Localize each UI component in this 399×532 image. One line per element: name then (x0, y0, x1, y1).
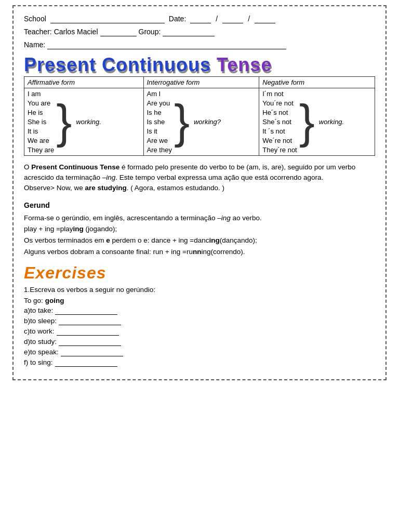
gerund-line4: Alguns verbos dobram a consoante final: … (24, 246, 375, 258)
neg-form-7: They´re not (262, 146, 297, 154)
negative-header: Negative form (259, 76, 375, 88)
aff-bracket: } (56, 101, 72, 142)
aff-form-7: They are (28, 146, 54, 154)
item-b-answer[interactable] (59, 317, 121, 325)
desc-prefix: O (24, 163, 31, 171)
school-label: School (24, 15, 46, 23)
teacher-group-line: Teacher: Carlos Maciel Group: (24, 28, 375, 36)
aff-form-2: You are (28, 99, 54, 107)
example-answer: going (45, 297, 64, 304)
title-container: Present Continuous Tense Present Continu… (24, 55, 375, 75)
teacher-field[interactable] (100, 28, 137, 36)
example-prefix: To go: (24, 297, 43, 304)
neg-bracket: } (299, 101, 315, 142)
item-f-answer[interactable] (55, 358, 117, 367)
exercise-item-b: b)to sleep: (24, 317, 375, 325)
item-a-label: a)to take: (24, 307, 53, 314)
date-label: Date: (169, 15, 186, 23)
school-field[interactable] (50, 15, 165, 23)
item-d-answer[interactable] (59, 338, 121, 346)
neg-working: working. (319, 118, 344, 126)
int-form-5: Is it (147, 127, 172, 135)
item-f-label: f) to sing: (24, 358, 53, 366)
conjugation-table: Affirmative form Interrogative form Nega… (24, 76, 375, 156)
aff-form-3: He is (28, 109, 54, 116)
teacher-label: Teacher: (24, 28, 52, 36)
interrogative-header: Interrogative form (143, 76, 259, 88)
interrogative-cell: Am I Are you Is he Is she Is it Are we A… (143, 88, 259, 155)
name-label: Name: (24, 41, 45, 49)
date-field-2[interactable] (222, 15, 243, 23)
interrogative-forms: Am I Are you Is he Is she Is it Are we A… (147, 90, 172, 154)
exercise-item-e: e)to speak: (24, 348, 375, 356)
gerund-line1: Forma-se o gerúndio, em inglês, acrescen… (24, 212, 375, 224)
exercise-item-c: c)to work: (24, 327, 375, 336)
item-c-label: c)to work: (24, 327, 55, 335)
desc-text2: . Este tempo verbal expressa uma ação qu… (115, 174, 323, 181)
neg-form-2: You´re not (262, 99, 297, 107)
exercise-item-d: d)to study: (24, 338, 375, 346)
exercise-intro: 1.Escreva os verbos a seguir no gerúndio… (24, 286, 375, 294)
date-slash-1: / (216, 15, 218, 23)
neg-form-5: It ´s not (262, 127, 297, 135)
item-d-label: d)to study: (24, 338, 57, 345)
aff-working: working. (76, 118, 101, 126)
int-form-1: Am I (147, 90, 172, 98)
item-e-label: e)to speak: (24, 348, 59, 356)
int-form-7: Are they (147, 146, 172, 154)
aff-form-1: I am (28, 90, 54, 98)
int-form-2: Are you (147, 99, 172, 107)
int-form-3: Is he (147, 109, 172, 116)
name-line: Name: (24, 41, 375, 49)
page-title: Present Continuous Tense (24, 55, 375, 75)
neg-form-4: She´s not (262, 118, 297, 126)
item-e-answer[interactable] (61, 348, 123, 356)
exercise-example: To go: going (24, 297, 375, 304)
int-bracket: } (174, 101, 190, 142)
group-field[interactable] (163, 28, 215, 36)
desc-observe-suffix: . ( Agora, estamos estudando. ) (127, 184, 224, 192)
date-slash-2: / (248, 15, 250, 23)
affirmative-cell: I am You are He is She is It is We are T… (24, 88, 144, 155)
group-label: Group: (139, 28, 161, 36)
item-c-answer[interactable] (57, 327, 119, 336)
affirmative-header: Affirmative form (24, 76, 144, 88)
int-working: working? (194, 118, 221, 126)
worksheet-page: School Date: / / Teacher: Carlos Maciel … (12, 5, 387, 380)
item-a-answer[interactable] (55, 307, 117, 315)
neg-form-6: We´re not (262, 137, 297, 144)
date-field-3[interactable] (255, 15, 275, 23)
date-field-1[interactable] (190, 15, 211, 23)
aff-form-5: It is (28, 127, 54, 135)
neg-form-3: He´s not (262, 109, 297, 116)
gerund-title: Gerund (24, 200, 375, 211)
exercises-title: Exercises (24, 263, 375, 283)
exercise-item-f: f) to sing: (24, 358, 375, 367)
neg-form-1: I´m not (262, 90, 297, 98)
aff-form-4: She is (28, 118, 54, 126)
item-b-label: b)to sleep: (24, 317, 57, 325)
teacher-name: Carlos Maciel (54, 28, 98, 36)
exercise-item-a: a)to take: (24, 307, 375, 315)
desc-observe-bold: are studying (85, 184, 126, 192)
int-form-4: Is she (147, 118, 172, 126)
negative-cell: I´m not You´re not He´s not She´s not It… (259, 88, 375, 155)
gerund-line3: Os verbos terminados em e perdem o e: da… (24, 235, 375, 246)
school-date-line: School Date: / / (24, 15, 375, 23)
name-field[interactable] (47, 41, 286, 49)
negative-forms: I´m not You´re not He´s not She´s not It… (262, 90, 297, 154)
desc-ing: –ing (102, 174, 116, 181)
gerund-line2: play + ing =playing (jogando); (24, 223, 375, 235)
aff-form-6: We are (28, 137, 54, 144)
description-section: O Present Continuous Tense é formado pel… (24, 162, 375, 194)
affirmative-forms: I am You are He is She is It is We are T… (28, 90, 54, 154)
desc-observe-prefix: Observe> Now, we (24, 184, 85, 192)
int-form-6: Are we (147, 137, 172, 144)
gerund-section: Gerund Forma-se o gerúndio, em inglês, a… (24, 200, 375, 257)
desc-bold: Present Continuous Tense (31, 163, 119, 171)
